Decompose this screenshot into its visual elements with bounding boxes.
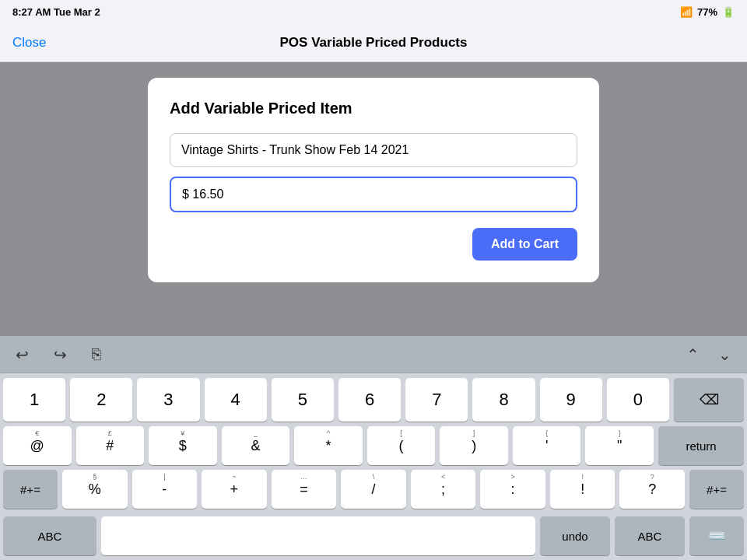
battery-indicator: 77% (697, 6, 717, 18)
status-time-date: 8:27 AM Tue Mar 2 (12, 6, 100, 18)
wifi-icon: 📶 (680, 6, 693, 18)
delete-icon: ⌫ (700, 391, 719, 408)
abc-label-left: ABC (38, 530, 62, 543)
status-indicators: 📶 77% 🔋 (680, 6, 735, 18)
key-slash[interactable]: \/ (341, 470, 406, 509)
modal-footer: Add to Cart (170, 228, 577, 261)
keyboard-toolbar: ↩ ↪ ⎘ ⌃ ⌄ (0, 336, 747, 373)
key-close-paren[interactable]: ]) (440, 426, 508, 465)
key-exclamation[interactable]: !! (550, 470, 615, 509)
chevron-down-button[interactable]: ⌄ (712, 342, 738, 367)
redo-toolbar-button[interactable]: ↪ (47, 342, 73, 367)
abc-key-left[interactable]: ABC (3, 516, 96, 555)
hashtag-label-right: #+= (707, 483, 727, 496)
key-6[interactable]: 6 (338, 378, 401, 422)
key-plus[interactable]: ~+ (202, 470, 267, 509)
key-equals[interactable]: …= (272, 470, 337, 509)
key-percent[interactable]: §% (62, 470, 128, 509)
key-1[interactable]: 1 (3, 378, 65, 422)
chevron-up-button[interactable]: ⌃ (680, 342, 706, 367)
content-area: Add Variable Priced Item Add to Cart (0, 62, 747, 336)
add-to-cart-button[interactable]: Add to Cart (472, 228, 577, 261)
key-quote[interactable]: }" (585, 426, 654, 465)
nav-bar: Close POS Variable Priced Products (0, 23, 747, 62)
key-minus[interactable]: |- (132, 470, 198, 509)
abc-label-right: ABC (638, 530, 662, 543)
return-label: return (686, 439, 716, 453)
space-key[interactable] (101, 516, 535, 555)
keyboard-dismiss-icon: ⌨️ (708, 527, 725, 544)
key-8[interactable]: 8 (472, 378, 535, 422)
key-colon[interactable]: >: (480, 470, 545, 509)
return-key[interactable]: return (658, 426, 744, 465)
symbol-row-1: €@ £# ¥$ _& ^* [( ]) {' }" return (3, 426, 744, 465)
key-open-paren[interactable]: [( (367, 426, 436, 465)
hashtag-key[interactable]: #+= (3, 470, 58, 509)
hashtag-key-right[interactable]: #+= (689, 470, 744, 509)
status-bar: 8:27 AM Tue Mar 2 📶 77% 🔋 (0, 0, 747, 23)
key-semicolon[interactable]: <; (411, 470, 476, 509)
key-asterisk[interactable]: ^* (294, 426, 363, 465)
nav-title: POS Variable Priced Products (280, 35, 468, 51)
keyboard-dismiss-key[interactable]: ⌨️ (689, 516, 744, 555)
modal-title: Add Variable Priced Item (170, 100, 577, 117)
key-4[interactable]: 4 (205, 378, 267, 422)
key-hash[interactable]: £# (76, 426, 145, 465)
keyboard-rows: 1 2 3 4 5 6 7 8 9 0 ⌫ €@ £# ¥$ _& ^* [( … (0, 373, 747, 516)
item-name-input[interactable] (170, 133, 577, 167)
key-9[interactable]: 9 (540, 378, 602, 422)
number-row: 1 2 3 4 5 6 7 8 9 0 ⌫ (3, 378, 744, 422)
key-ampersand[interactable]: _& (222, 426, 290, 465)
key-apostrophe[interactable]: {' (513, 426, 581, 465)
price-input[interactable] (170, 177, 577, 212)
delete-key[interactable]: ⌫ (674, 378, 744, 422)
paste-toolbar-button[interactable]: ⎘ (86, 342, 107, 366)
close-button[interactable]: Close (12, 35, 46, 51)
key-dollar[interactable]: ¥$ (149, 426, 217, 465)
key-7[interactable]: 7 (405, 378, 468, 422)
modal-card: Add Variable Priced Item Add to Cart (148, 78, 599, 282)
undo-label: undo (562, 530, 587, 543)
undo-key[interactable]: undo (540, 516, 610, 555)
undo-toolbar-button[interactable]: ↩ (9, 342, 35, 367)
key-at[interactable]: €@ (3, 426, 72, 465)
hashtag-label: #+= (20, 483, 40, 496)
battery-icon: 🔋 (722, 6, 735, 18)
key-5[interactable]: 5 (272, 378, 334, 422)
key-3[interactable]: 3 (137, 378, 199, 422)
bottom-row: ABC undo ABC ⌨️ (0, 516, 747, 560)
keyboard-area: ↩ ↪ ⎘ ⌃ ⌄ 1 2 3 4 5 6 7 8 9 0 ⌫ €@ £# ¥ (0, 336, 747, 560)
key-2[interactable]: 2 (70, 378, 132, 422)
key-0[interactable]: 0 (607, 378, 669, 422)
abc-key-right[interactable]: ABC (615, 516, 685, 555)
key-question[interactable]: ?? (619, 470, 685, 509)
symbol-row-2: #+= §% |- ~+ …= \/ <; >: !! ?? #+= (3, 470, 744, 509)
